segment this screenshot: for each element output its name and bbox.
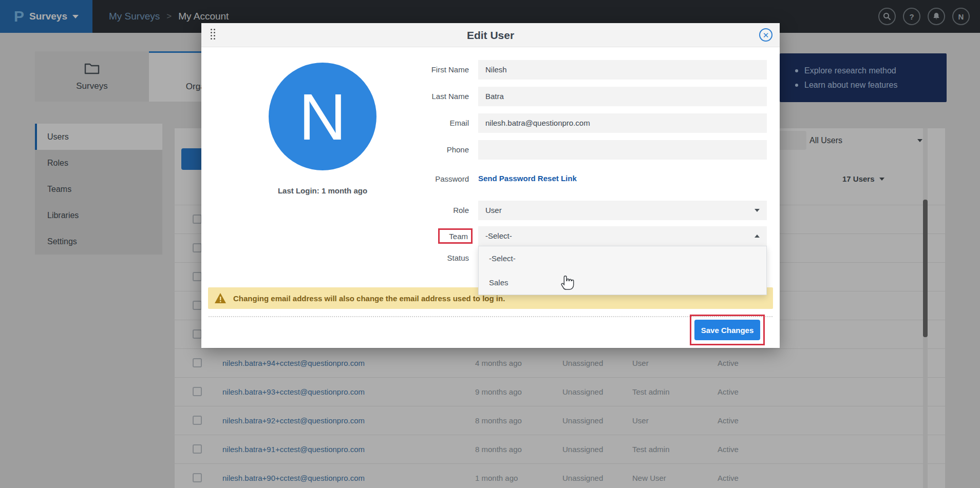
user-avatar: N [269,63,376,170]
edit-user-modal: Edit User ✕ N Last Login: 1 month ago Fi… [201,23,780,348]
team-dropdown-menu: -Select- Sales [478,246,767,295]
role-label: Role [366,201,469,220]
last-login-text: Last Login: 1 month ago [246,186,400,195]
last-name-label: Last Name [366,87,469,106]
phone-input[interactable] [478,140,767,160]
team-select[interactable]: -Select- [478,226,767,246]
last-name-value: Batra [485,92,504,101]
close-icon[interactable]: ✕ [759,28,772,42]
last-name-input[interactable]: Batra [478,87,767,106]
team-selected-value: -Select- [485,231,512,240]
footer-separator [209,316,772,317]
team-label-annotation-box: Team [438,228,473,244]
mouse-cursor-icon [561,274,576,291]
close-glyph: ✕ [763,31,769,39]
role-selected-value: User [485,206,502,214]
first-name-input[interactable]: Nilesh [478,60,767,80]
first-name-value: Nilesh [485,65,507,74]
app-root: P Surveys My Surveys > My Account ? N Su… [0,0,980,488]
team-option-sales[interactable]: Sales [479,270,766,295]
warning-text: Changing email address will also change … [233,294,505,303]
role-select[interactable]: User [478,201,767,220]
email-input[interactable]: nilesh.batra@questionpro.com [478,113,767,133]
save-changes-button[interactable]: Save Changes [694,320,760,340]
warning-triangle-icon [214,292,227,304]
first-name-label: First Name [366,60,469,80]
save-button-annotation-box: Save Changes [690,315,765,345]
email-label: Email [366,113,469,133]
avatar-initial: N [299,79,346,154]
status-label: Status [366,253,469,263]
team-label: Team [449,232,468,241]
phone-label: Phone [366,140,469,160]
email-value: nilesh.batra@questionpro.com [485,119,590,127]
send-password-reset-link[interactable]: Send Password Reset Link [478,174,577,183]
chevron-down-icon [755,209,760,212]
team-option-select[interactable]: -Select- [479,246,766,270]
chevron-up-icon [755,235,760,238]
password-label: Password [366,174,469,184]
modal-title: Edit User [201,23,780,47]
modal-header: Edit User ✕ [201,23,780,47]
